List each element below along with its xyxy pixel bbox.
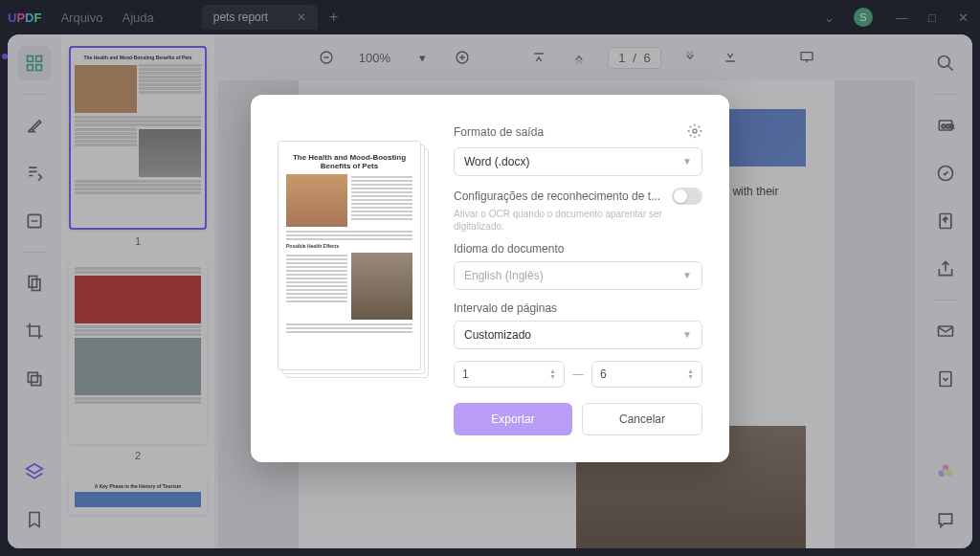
range-to-input[interactable]: 6 ▲▼ [591, 361, 702, 388]
chevron-down-icon: ▼ [682, 156, 692, 167]
chevron-down-icon: ▼ [682, 270, 692, 280]
gear-icon[interactable] [687, 123, 702, 142]
output-format-label: Formato de saída [454, 125, 544, 139]
range-from-input[interactable]: 1 ▲▼ [454, 361, 565, 388]
ocr-hint: Ativar o OCR quando o documento aparenta… [454, 208, 702, 233]
preview-title: The Health and Mood-Boosting Benefits of… [286, 153, 412, 170]
language-select[interactable]: English (Inglês) ▼ [454, 261, 702, 290]
ocr-toggle[interactable] [672, 188, 702, 205]
export-button[interactable]: Exportar [454, 403, 572, 435]
cancel-button[interactable]: Cancelar [582, 403, 702, 435]
export-dialog: The Health and Mood-Boosting Benefits of… [251, 95, 729, 462]
output-format-select[interactable]: Word (.docx) ▼ [454, 147, 702, 176]
page-range-label: Intervalo de páginas [454, 301, 702, 315]
svg-point-31 [693, 129, 697, 133]
chevron-down-icon: ▼ [682, 329, 692, 340]
modal-overlay: The Health and Mood-Boosting Benefits of… [0, 0, 980, 556]
preview-subtitle: Possible Health Effects [286, 243, 412, 249]
language-label: Idioma do documento [454, 242, 702, 256]
page-range-select[interactable]: Customizado ▼ [454, 321, 702, 349]
range-separator: — [572, 367, 584, 381]
ocr-settings-label: Configurações de reconhecimento de t... [454, 189, 664, 203]
stepper-icon[interactable]: ▲▼ [549, 368, 556, 380]
dialog-form: Formato de saída Word (.docx) ▼ Configur… [454, 122, 702, 435]
dialog-preview: The Health and Mood-Boosting Benefits of… [278, 141, 431, 435]
stepper-icon[interactable]: ▲▼ [687, 368, 694, 380]
